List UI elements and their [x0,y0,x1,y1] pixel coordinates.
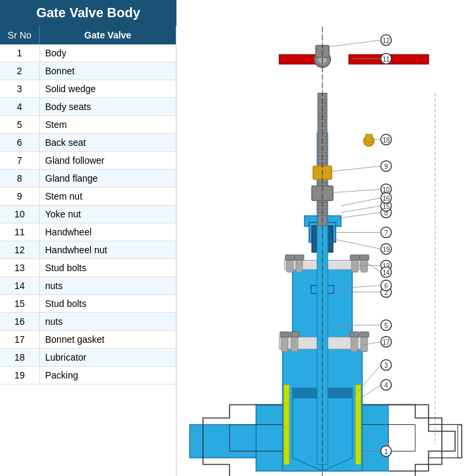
svg-text:7: 7 [384,229,388,237]
svg-rect-25 [285,255,295,261]
svg-text:9: 9 [384,163,388,170]
svg-text:6: 6 [384,282,388,290]
table-row: 6 Back seat [0,134,176,152]
svg-rect-16 [280,332,289,337]
table-row: 10 Yoke nut [0,206,176,223]
svg-rect-19 [360,332,369,337]
cell-srno: 6 [0,134,40,151]
cell-name: Back seat [40,134,176,151]
cell-srno: 14 [0,277,40,294]
cell-srno: 2 [0,62,40,80]
svg-text:19: 19 [382,246,390,253]
cell-name: Packing [40,367,176,384]
svg-text:12: 12 [382,37,390,44]
svg-rect-6 [284,385,289,465]
cell-name: Lubricator [40,349,176,366]
table-row: 14 nuts [0,277,176,295]
svg-text:17: 17 [382,339,390,346]
table-row: 16 nuts [0,313,176,331]
table-row: 18 Lubricator [0,349,176,367]
table-row: 9 Stem nut [0,188,176,206]
cell-srno: 8 [0,170,40,187]
table-section: Sr No Gate Valve 1 Body 2 Bonnet 3 Solid… [0,26,176,476]
header-srno: Sr No [0,26,40,44]
svg-text:18: 18 [382,137,390,144]
cell-srno: 3 [0,80,40,97]
svg-rect-26 [295,255,304,261]
cell-srno: 7 [0,152,40,169]
cell-name: Stem [40,116,176,133]
cell-srno: 15 [0,295,40,312]
diagram-section: 1 2 3 4 5 6 7 [176,26,471,476]
svg-rect-18 [350,332,359,337]
svg-rect-17 [290,332,299,337]
cell-srno: 13 [0,259,40,276]
table-row: 11 Handwheel [0,223,176,241]
table-body: 1 Body 2 Bonnet 3 Solid wedge 4 Body sea… [0,44,176,385]
table-row: 12 Handwheel nut [0,241,176,259]
svg-rect-2 [190,425,256,458]
cell-name: nuts [40,313,176,330]
table-header: Sr No Gate Valve [0,26,176,44]
table-row: 2 Bonnet [0,62,176,80]
cell-name: Solid wedge [40,80,176,97]
cell-name: nuts [40,277,176,294]
page-title: Gate Valve Body [36,5,141,20]
table-row: 19 Packing [0,367,176,385]
cell-name: Handwheel nut [40,241,176,259]
svg-rect-28 [360,255,369,261]
table-row: 13 Stud bolts [0,259,176,277]
cell-name: Bonnet gasket [40,331,176,348]
cell-srno: 9 [0,188,40,205]
table-row: 17 Bonnet gasket [0,331,176,349]
svg-text:3: 3 [384,362,388,369]
cell-name: Gland flange [40,170,176,187]
table-row: 15 Stud bolts [0,295,176,313]
table-row: 3 Solid wedge [0,80,176,98]
cell-name: Handwheel [40,223,176,241]
table-row: 4 Body seats [0,98,176,116]
cell-srno: 5 [0,116,40,133]
cell-srno: 19 [0,367,40,384]
svg-text:5: 5 [384,322,388,329]
cell-srno: 17 [0,331,40,348]
cell-name: Body seats [40,98,176,115]
svg-text:1: 1 [384,448,388,455]
cell-name: Bonnet [40,62,176,80]
svg-rect-7 [356,385,361,465]
header-name: Gate Valve [40,26,176,44]
table-row: 7 Gland follower [0,152,176,170]
cell-srno: 4 [0,98,40,115]
cell-name: Yoke nut [40,206,176,223]
svg-rect-81 [366,135,372,143]
cell-name: Stud bolts [40,295,176,312]
title-bar: Gate Valve Body [0,0,176,26]
table-row: 8 Gland flange [0,170,176,188]
svg-rect-27 [350,255,360,261]
cell-srno: 16 [0,313,40,330]
svg-text:11: 11 [382,56,390,63]
cell-srno: 18 [0,349,40,366]
svg-text:14: 14 [382,269,390,276]
table-row: 1 Body [0,44,176,62]
table-row: 5 Stem [0,116,176,134]
cell-srno: 12 [0,241,40,259]
svg-text:16: 16 [382,195,390,202]
cell-srno: 11 [0,223,40,241]
cell-srno: 10 [0,206,40,223]
cell-srno: 1 [0,44,40,62]
cell-name: Stud bolts [40,259,176,276]
cell-name: Body [40,44,176,62]
cell-name: Stem nut [40,188,176,205]
svg-text:4: 4 [384,382,388,389]
cell-name: Gland follower [40,152,176,169]
